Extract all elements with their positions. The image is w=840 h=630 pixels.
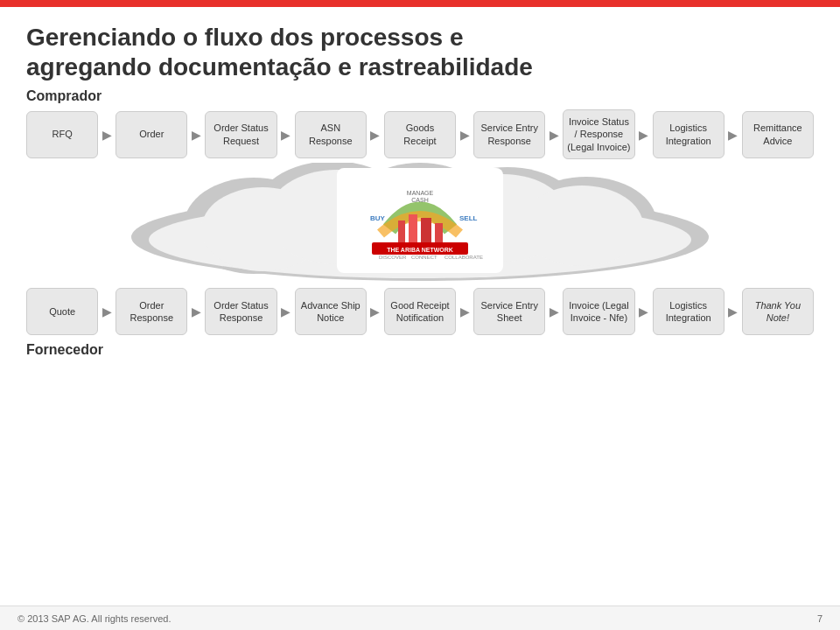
arrow-4: ▶ (370, 128, 381, 142)
page-number: 7 (817, 613, 822, 624)
flow-box-asn-response: ASN Response (295, 111, 367, 158)
bottom-area: Quote ▶ Order Response ▶ Order Status Re… (26, 288, 814, 358)
svg-text:THE ARIBA NETWORK: THE ARIBA NETWORK (387, 247, 453, 253)
header-bar (0, 0, 840, 7)
svg-rect-14 (421, 218, 431, 242)
main-content: Gerenciando o fluxo dos processos e agre… (0, 7, 840, 358)
arrow-s5: ▶ (459, 304, 470, 318)
svg-rect-12 (398, 220, 405, 242)
flow-box-quote: Quote (26, 288, 98, 335)
svg-rect-15 (435, 223, 443, 242)
arrow-3: ▶ (281, 128, 291, 142)
flow-box-thank-you: Thank You Note! (742, 288, 814, 335)
flow-box-good-receipt-notification: Good Receipt Notification (384, 288, 456, 335)
footer: © 2013 SAP AG. All rights reserved. 7 (0, 606, 840, 630)
page-title: Gerenciando o fluxo dos processos e agre… (26, 23, 814, 81)
flow-box-invoice-status: Invoice Status / Response (Legal Invoice… (563, 109, 634, 159)
arrow-2: ▶ (191, 128, 201, 142)
flow-box-remittance-advice: Remittance Advice (742, 111, 814, 158)
flow-box-logistics-integration-s: Logistics Integration (653, 288, 724, 335)
flow-box-rfq: RFQ (26, 111, 98, 158)
arrow-s4: ▶ (370, 304, 381, 318)
comprador-label: Comprador (26, 88, 814, 104)
ariba-svg: THE ARIBA NETWORK BUY SELL MANAGE CASH D… (346, 181, 494, 260)
flow-box-goods-receipt: Goods Receipt (384, 111, 456, 158)
arrow-s3: ▶ (281, 304, 291, 318)
cloud-wrapper: THE ARIBA NETWORK BUY SELL MANAGE CASH D… (26, 159, 814, 286)
flow-box-service-entry-response: Service Entry Response (473, 111, 545, 158)
arrow-5: ▶ (459, 128, 470, 142)
svg-text:COLLABORATE: COLLABORATE (444, 255, 483, 260)
comprador-flow-row: RFQ ▶ Order ▶ Order Status Request ▶ ASN… (26, 109, 814, 159)
arrow-s7: ▶ (639, 304, 649, 318)
svg-point-11 (521, 186, 643, 266)
svg-text:CASH: CASH (411, 197, 428, 203)
flow-box-order-response: Order Response (116, 288, 187, 335)
title-section: Gerenciando o fluxo dos processos e agre… (26, 23, 814, 81)
svg-text:SELL: SELL (459, 214, 478, 222)
fornecedor-label: Fornecedor (26, 342, 814, 358)
arrow-s6: ▶ (549, 304, 559, 318)
svg-rect-13 (409, 214, 417, 242)
svg-text:MANAGE: MANAGE (407, 190, 434, 196)
arrow-1: ▶ (102, 128, 112, 142)
arrow-6: ▶ (549, 128, 559, 142)
svg-text:CONNECT: CONNECT (411, 255, 438, 260)
svg-text:BUY: BUY (370, 214, 386, 222)
flow-box-service-entry-sheet: Service Entry Sheet (473, 288, 545, 335)
arrow-s2: ▶ (191, 304, 201, 318)
flow-box-order-status-request: Order Status Request (205, 111, 276, 158)
arrow-s8: ▶ (728, 304, 738, 318)
arrow-s1: ▶ (102, 304, 112, 318)
copyright: © 2013 SAP AG. All rights reserved. (18, 613, 171, 624)
arrow-8: ▶ (728, 128, 738, 142)
flow-box-logistics-integration-c: Logistics Integration (653, 111, 724, 158)
arrow-7: ▶ (639, 128, 649, 142)
fornecedor-flow-row: Quote ▶ Order Response ▶ Order Status Re… (26, 288, 814, 335)
flow-box-order: Order (116, 111, 187, 158)
svg-text:DISCOVER: DISCOVER (379, 255, 407, 260)
ariba-network-box: THE ARIBA NETWORK BUY SELL MANAGE CASH D… (337, 168, 503, 273)
flow-box-advance-ship-notice: Advance Ship Notice (295, 288, 367, 335)
flow-box-invoice-legal: Invoice (Legal Invoice - Nfe) (563, 288, 634, 335)
flow-box-order-status-response: Order Status Response (205, 288, 276, 335)
ariba-graphic: THE ARIBA NETWORK BUY SELL MANAGE CASH D… (346, 181, 494, 260)
